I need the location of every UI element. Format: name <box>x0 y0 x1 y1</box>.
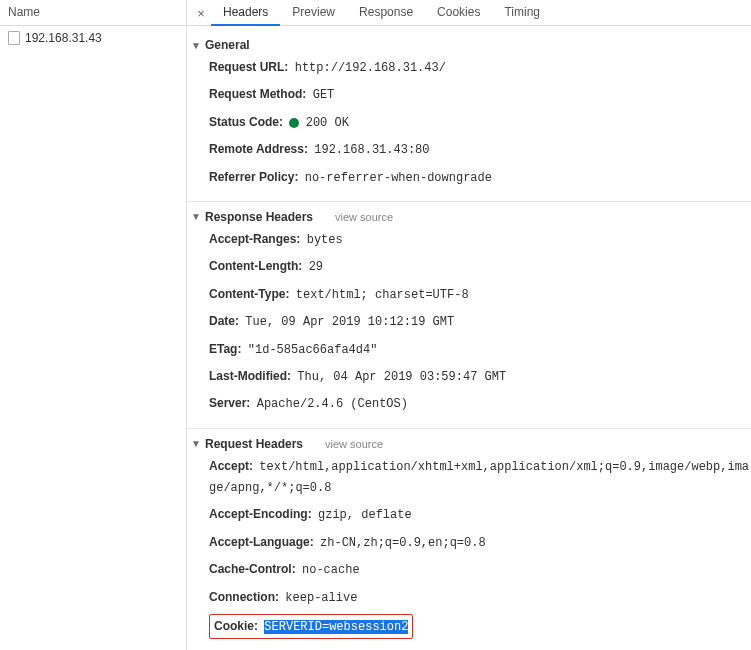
requests-panel: Name 192.168.31.43 <box>0 0 187 650</box>
request-item[interactable]: 192.168.31.43 <box>0 28 186 48</box>
etag-row: ETag: "1d-585ac66afa4d4" <box>187 336 751 363</box>
accept-encoding-row: Accept-Encoding: gzip, deflate <box>187 501 751 528</box>
details-panel: × Headers Preview Response Cookies Timin… <box>187 0 751 650</box>
last-modified-row: Last-Modified: Thu, 04 Apr 2019 03:59:47… <box>187 363 751 390</box>
content-type-value: text/html; charset=UTF-8 <box>296 288 469 302</box>
request-url-label: Request URL: <box>209 60 288 74</box>
accept-label: Accept: <box>209 459 253 473</box>
request-headers-title: Request Headers <box>205 437 303 451</box>
request-list: 192.168.31.43 <box>0 26 186 650</box>
headers-content: ▼ General Request URL: http://192.168.31… <box>187 26 751 650</box>
date-row: Date: Tue, 09 Apr 2019 10:12:19 GMT <box>187 308 751 335</box>
last-modified-value: Thu, 04 Apr 2019 03:59:47 GMT <box>297 370 506 384</box>
status-dot-icon <box>289 118 299 128</box>
status-code-value: 200 OK <box>306 116 349 130</box>
response-headers-section: ▼ Response Headers view source Accept-Ra… <box>187 202 751 429</box>
accept-encoding-value: gzip, deflate <box>318 508 412 522</box>
connection-label: Connection: <box>209 590 279 604</box>
date-value: Tue, 09 Apr 2019 10:12:19 GMT <box>245 315 454 329</box>
view-source-link[interactable]: view source <box>335 211 393 223</box>
accept-language-value: zh-CN,zh;q=0.9,en;q=0.8 <box>320 536 486 550</box>
cache-control-label: Cache-Control: <box>209 562 296 576</box>
remote-address-label: Remote Address: <box>209 142 308 156</box>
request-headers-section: ▼ Request Headers view source Accept: te… <box>187 429 751 650</box>
accept-ranges-row: Accept-Ranges: bytes <box>187 226 751 253</box>
server-row: Server: Apache/2.4.6 (CentOS) <box>187 390 751 417</box>
collapse-icon: ▼ <box>191 211 201 222</box>
accept-value: text/html,application/xhtml+xml,applicat… <box>209 460 749 495</box>
request-method-value: GET <box>313 88 335 102</box>
status-code-label: Status Code: <box>209 115 283 129</box>
tab-preview[interactable]: Preview <box>280 0 347 26</box>
referrer-policy-value: no-referrer-when-downgrade <box>305 171 492 185</box>
collapse-icon: ▼ <box>191 438 201 449</box>
content-length-row: Content-Length: 29 <box>187 253 751 280</box>
general-header[interactable]: ▼ General <box>187 36 751 54</box>
server-value: Apache/2.4.6 (CentOS) <box>257 397 408 411</box>
cookie-label: Cookie: <box>214 619 258 633</box>
accept-row: Accept: text/html,application/xhtml+xml,… <box>187 453 751 502</box>
name-column-header: Name <box>0 0 186 26</box>
request-method-label: Request Method: <box>209 87 306 101</box>
cookie-highlight-box: Cookie: SERVERID=websession2 <box>209 614 413 639</box>
remote-address-value: 192.168.31.43:80 <box>314 143 429 157</box>
cache-control-row: Cache-Control: no-cache <box>187 556 751 583</box>
referrer-policy-row: Referrer Policy: no-referrer-when-downgr… <box>187 164 751 191</box>
request-item-label: 192.168.31.43 <box>25 31 102 45</box>
content-type-row: Content-Type: text/html; charset=UTF-8 <box>187 281 751 308</box>
collapse-icon: ▼ <box>191 40 201 51</box>
accept-encoding-label: Accept-Encoding: <box>209 507 312 521</box>
server-label: Server: <box>209 396 250 410</box>
last-modified-label: Last-Modified: <box>209 369 291 383</box>
cookie-value: SERVERID=websession2 <box>264 620 408 634</box>
view-source-link[interactable]: view source <box>325 438 383 450</box>
accept-language-label: Accept-Language: <box>209 535 314 549</box>
remote-address-row: Remote Address: 192.168.31.43:80 <box>187 136 751 163</box>
content-type-label: Content-Type: <box>209 287 289 301</box>
accept-language-row: Accept-Language: zh-CN,zh;q=0.9,en;q=0.8 <box>187 529 751 556</box>
general-section: ▼ General Request URL: http://192.168.31… <box>187 30 751 202</box>
close-icon[interactable]: × <box>191 4 211 21</box>
request-method-row: Request Method: GET <box>187 81 751 108</box>
content-length-label: Content-Length: <box>209 259 302 273</box>
host-row: Host: 192.168.31.43 <box>187 642 751 650</box>
tab-cookies[interactable]: Cookies <box>425 0 492 26</box>
request-url-row: Request URL: http://192.168.31.43/ <box>187 54 751 81</box>
request-headers-header[interactable]: ▼ Request Headers view source <box>187 435 751 453</box>
tabs-bar: × Headers Preview Response Cookies Timin… <box>187 0 751 26</box>
tab-timing[interactable]: Timing <box>492 0 552 26</box>
connection-value: keep-alive <box>285 591 357 605</box>
status-code-row: Status Code: 200 OK <box>187 109 751 136</box>
file-icon <box>8 31 20 45</box>
accept-ranges-label: Accept-Ranges: <box>209 232 300 246</box>
tab-headers[interactable]: Headers <box>211 0 280 26</box>
general-title: General <box>205 38 250 52</box>
connection-row: Connection: keep-alive <box>187 584 751 611</box>
request-url-value: http://192.168.31.43/ <box>295 61 446 75</box>
etag-value: "1d-585ac66afa4d4" <box>248 343 378 357</box>
tab-response[interactable]: Response <box>347 0 425 26</box>
cache-control-value: no-cache <box>302 563 360 577</box>
response-headers-title: Response Headers <box>205 210 313 224</box>
etag-label: ETag: <box>209 342 241 356</box>
response-headers-header[interactable]: ▼ Response Headers view source <box>187 208 751 226</box>
cookie-row: Cookie: SERVERID=websession2 <box>187 611 751 642</box>
accept-ranges-value: bytes <box>307 233 343 247</box>
content-length-value: 29 <box>309 260 323 274</box>
referrer-policy-label: Referrer Policy: <box>209 170 298 184</box>
date-label: Date: <box>209 314 239 328</box>
